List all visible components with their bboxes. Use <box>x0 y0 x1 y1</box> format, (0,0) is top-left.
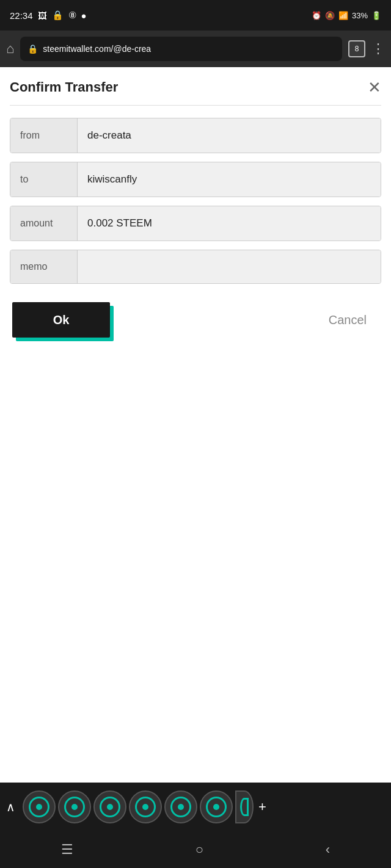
memo-label: memo <box>10 250 78 283</box>
ok-button[interactable]: Ok <box>12 302 110 338</box>
from-row: from de-creata <box>10 118 381 153</box>
from-label: from <box>10 118 78 153</box>
to-label: to <box>10 162 78 197</box>
battery-text: 33% <box>352 11 368 20</box>
tab-item-2[interactable] <box>58 790 91 823</box>
amount-row: amount 0.002 STEEM <box>10 206 381 241</box>
amount-label: amount <box>10 206 78 241</box>
url-text: steemitwallet.com/@de-crea <box>43 44 335 54</box>
amount-value: 0.002 STEEM <box>78 206 381 241</box>
status-right: ⏰ 🔕 📶 33% 🔋 <box>312 11 381 20</box>
add-tab-button[interactable]: + <box>258 799 266 815</box>
memo-value[interactable] <box>78 250 381 283</box>
to-row: to kiwiscanfly <box>10 162 381 197</box>
tab-item-6[interactable] <box>200 790 233 823</box>
ok-button-wrapper: Ok <box>12 302 110 338</box>
tab-item-partial[interactable] <box>235 790 254 823</box>
lock-icon: 🔒 <box>27 44 38 54</box>
dot-icon: ● <box>81 10 87 21</box>
expand-tabs-button[interactable]: ∧ <box>6 800 15 814</box>
more-icon[interactable]: ⋮ <box>371 41 385 57</box>
home-nav-icon[interactable]: ○ <box>196 842 203 858</box>
tab-item-1[interactable] <box>23 790 56 823</box>
back-icon[interactable]: ‹ <box>326 842 330 858</box>
memo-row: memo <box>10 250 381 284</box>
circle-icon: ⑧ <box>68 10 76 21</box>
close-button[interactable]: ✕ <box>368 79 381 95</box>
shield-icon: 🔒 <box>52 10 64 21</box>
nav-bar: ☰ ○ ‹ <box>0 831 391 868</box>
photo-icon: 🖼 <box>38 10 47 21</box>
url-box[interactable]: 🔒 steemitwallet.com/@de-crea <box>20 37 342 61</box>
cancel-button[interactable]: Cancel <box>316 307 379 333</box>
battery-icon: 🔋 <box>371 11 381 20</box>
dialog-title: Confirm Transfer <box>10 79 118 95</box>
signal-icon: 📶 <box>338 11 348 20</box>
button-row: Ok Cancel <box>10 302 381 338</box>
alarm-icon: ⏰ <box>312 11 321 20</box>
bottom-tabs: ∧ + <box>0 783 391 831</box>
main-content: Confirm Transfer ✕ from de-creata to kiw… <box>0 67 391 783</box>
browser-bar: ⌂ 🔒 steemitwallet.com/@de-crea 8 ⋮ <box>0 31 391 67</box>
status-bar: 22:34 🖼 🔒 ⑧ ● ⏰ 🔕 📶 33% 🔋 <box>0 0 391 31</box>
mute-icon: 🔕 <box>325 11 335 20</box>
tab-item-4[interactable] <box>129 790 162 823</box>
tab-badge[interactable]: 8 <box>348 40 365 57</box>
home-icon[interactable]: ⌂ <box>6 41 14 57</box>
time: 22:34 <box>10 10 33 21</box>
status-left: 22:34 🖼 🔒 ⑧ ● <box>10 10 87 21</box>
tab-item-5[interactable] <box>164 790 197 823</box>
menu-icon[interactable]: ☰ <box>61 842 73 858</box>
tab-item-3[interactable] <box>93 790 126 823</box>
dialog-header: Confirm Transfer ✕ <box>10 79 381 95</box>
from-value: de-creata <box>78 118 381 153</box>
to-value: kiwiscanfly <box>78 162 381 197</box>
divider <box>10 105 381 106</box>
